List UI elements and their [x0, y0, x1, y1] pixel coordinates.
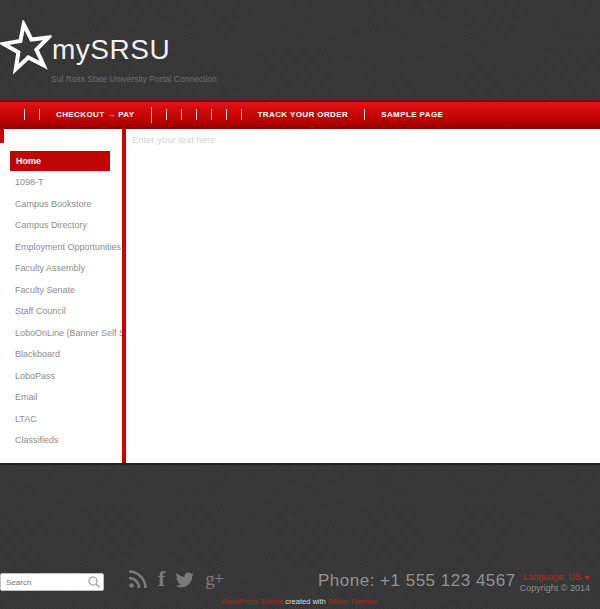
star-logo-icon — [0, 17, 57, 80]
sidebar-item-staff-council[interactable]: Staff Council — [0, 301, 122, 323]
footer-phone: Phone: +1 555 123 4567 — [318, 571, 516, 591]
nav-separator — [226, 109, 227, 120]
nav-separator — [181, 109, 182, 120]
nav-separator — [211, 109, 212, 120]
sidebar-item-home[interactable]: Home — [10, 151, 110, 171]
sidebar-item-loboonline[interactable]: LoboOnLine (Banner Self Service) — [0, 323, 122, 345]
sidebar-item-classifieds[interactable]: Classifieds — [0, 430, 122, 452]
search-input[interactable] — [1, 578, 87, 587]
nav-separator — [364, 109, 365, 120]
footer: f g+ Phone: +1 555 123 4567 Language: US… — [0, 463, 600, 609]
portal-page: mySRSU Sul Ross State University Portal … — [0, 0, 600, 609]
nav-separator — [166, 109, 167, 120]
sidebar-list: 1098-T Campus Bookstore Campus Directory… — [0, 172, 122, 452]
credit-themler-link[interactable]: Billion Themler. — [328, 597, 379, 606]
nav-separator — [196, 109, 197, 120]
credit-wordpress-link[interactable]: WordPress Theme — [221, 597, 283, 606]
nav-separator — [241, 109, 242, 120]
footer-search — [0, 573, 104, 591]
chevron-down-icon — [584, 576, 590, 580]
content-placeholder-text: Enter your text here — [132, 134, 215, 145]
main-content-area[interactable]: Enter your text here — [126, 129, 600, 463]
social-links: f g+ — [128, 569, 224, 589]
googleplus-icon[interactable]: g+ — [205, 569, 223, 589]
nav-item-track-order[interactable]: TRACK YOUR ORDER — [258, 110, 349, 119]
sidebar-item-ltac[interactable]: LTAC — [0, 409, 122, 431]
facebook-icon[interactable]: f — [158, 569, 165, 589]
sidebar-item-employment-opportunities[interactable]: Employment Opportunities — [0, 237, 122, 259]
credit-middle-text: created with — [283, 597, 328, 606]
sidebar-item-lobopass[interactable]: LoboPass — [0, 366, 122, 388]
copyright-text: Copyright © 2014 — [520, 583, 590, 593]
sidebar-red-tab — [0, 129, 4, 143]
language-selector[interactable]: Language: US — [523, 572, 590, 582]
twitter-icon[interactable] — [175, 572, 195, 589]
nav-separator — [151, 107, 152, 123]
sidebar-item-campus-directory[interactable]: Campus Directory — [0, 215, 122, 237]
sidebar-item-email[interactable]: Email — [0, 387, 122, 409]
sidebar-item-campus-bookstore[interactable]: Campus Bookstore — [0, 194, 122, 216]
sidebar-item-faculty-assembly[interactable]: Faculty Assembly — [0, 258, 122, 280]
header: mySRSU Sul Ross State University Portal … — [0, 0, 600, 100]
site-title[interactable]: mySRSU — [52, 34, 170, 66]
nav-item-sample-page[interactable]: SAMPLE PAGE — [381, 110, 443, 119]
nav-item-checkout-pay[interactable]: CHECKOUT → PAY — [56, 110, 135, 119]
language-label: Language: US — [523, 572, 581, 582]
theme-credit: WordPress Theme created with Billion The… — [0, 597, 600, 606]
search-icon[interactable] — [87, 575, 101, 589]
sidebar-menu: Home 1098-T Campus Bookstore Campus Dire… — [0, 129, 122, 463]
site-subtitle: Sul Ross State University Portal Connect… — [51, 74, 217, 84]
sidebar-item-blackboard[interactable]: Blackboard — [0, 344, 122, 366]
nav-separator — [39, 109, 40, 120]
sidebar-item-1098t[interactable]: 1098-T — [0, 172, 122, 194]
sidebar-item-faculty-senate[interactable]: Faculty Senate — [0, 280, 122, 302]
nav-separator — [24, 109, 25, 120]
rss-icon[interactable] — [128, 569, 148, 589]
content-region: Home 1098-T Campus Bookstore Campus Dire… — [0, 129, 600, 463]
main-nav: CHECKOUT → PAY TRACK YOUR ORDER SAMPLE P… — [0, 100, 600, 129]
